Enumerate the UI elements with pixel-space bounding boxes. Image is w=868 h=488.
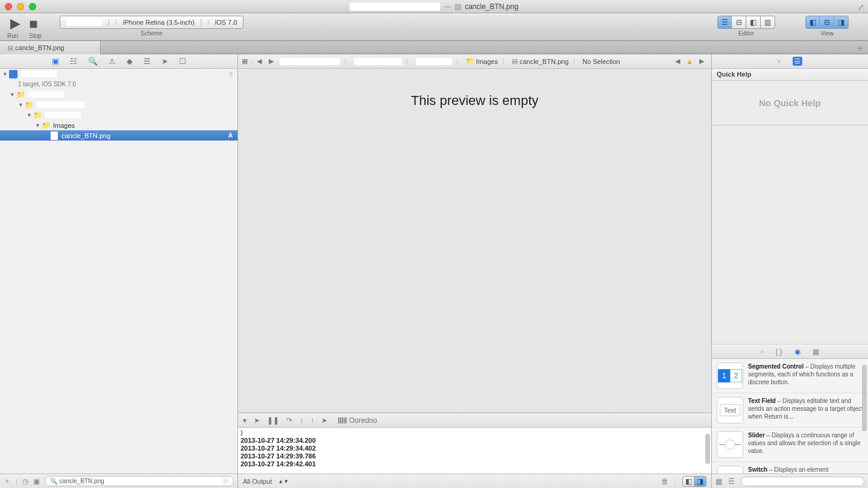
view-label: View [820,30,834,37]
crumb-images: Images [476,58,498,65]
step-over-icon[interactable]: ↷ [286,416,292,425]
file-inspector-icon[interactable]: ▫ [778,57,781,66]
back-button[interactable]: ◀ [253,57,265,65]
warning-icon[interactable]: ▲ [686,57,693,66]
scrollbar[interactable] [862,365,867,431]
minimize-window-button[interactable] [17,3,24,10]
toggle-debug-button[interactable]: ⊟ [820,16,834,29]
clear-console-button[interactable]: 🗑 [661,477,668,486]
navigator-selector-bar: ▣ ☷ 🔍 ⚠ ◆ ☰ ➤ ☐ [0,54,237,69]
switch-icon [717,466,743,474]
editor-mode-4-button[interactable]: ▥ [761,16,775,29]
jump-bar[interactable]: ▦ | ◀ ▶ 〉 〉 〉 📁Images 〉 ▤cancle_BTN.png … [238,54,711,69]
folder-row-3[interactable]: ▼ 📁 [0,110,237,120]
scheme-os: iOS 7.0 [215,19,237,26]
disclosure-triangle-icon[interactable]: ▼ [27,112,33,118]
help-icon[interactable]: ? [228,71,233,80]
media-library-icon[interactable]: ▦ [813,347,819,356]
list-view-icon[interactable]: ☰ [728,477,735,486]
prev-issue-icon[interactable]: ◀ [671,57,684,65]
assistant-editor-button[interactable]: ⊟ [732,16,746,29]
folder-row-2[interactable]: ▼ 📁 [0,100,237,110]
project-navigator-tree[interactable]: ? ▼ 1 target, iOS SDK 7.0 ▼ 📁 ▼ 📁 ▼ [0,69,237,474]
standard-editor-button[interactable]: ☰ [717,16,732,29]
library-item-segmented[interactable]: 12 Segmented Control – Displays multiple… [712,359,868,393]
navigator-footer: ＋ | ◷ ▣ 🔍 cancle_BTN.png ⓧ [0,474,237,488]
folder-row-1[interactable]: ▼ 📁 [0,89,237,100]
folder-icon: 📁 [16,90,25,100]
scrollbar[interactable] [705,434,710,464]
grid-view-icon[interactable]: ▦ [715,477,722,486]
crumb-selection: No Selection [582,58,620,65]
scm-filter-icon[interactable]: ▣ [33,477,40,486]
find-navigator-icon[interactable]: 🔍 [88,57,98,66]
library-item-textfield[interactable]: Text Text Field – Displays editable text… [712,393,868,428]
redacted-project-name [350,2,440,11]
disclosure-triangle-icon[interactable]: ▼ [10,92,16,98]
redacted-folder [28,91,64,98]
pause-icon[interactable]: ❚❚ [267,416,279,425]
related-items-icon[interactable]: ▦ [238,57,251,65]
recent-filter-icon[interactable]: ◷ [22,477,28,486]
version-editor-button[interactable]: ◧ [746,16,761,29]
selected-file-label: cancle_BTN.png [61,132,110,139]
breakpoint-navigator-icon[interactable]: ➤ [162,57,168,66]
breakpoints-icon[interactable]: ➤ [254,416,260,425]
add-button[interactable]: ＋ [4,476,11,486]
toggle-navigator-button[interactable]: ◧ [805,16,820,29]
library-item-slider[interactable]: Slider – Displays a continuous range of … [712,428,868,462]
project-row[interactable]: ▼ [0,69,237,79]
textfield-icon: Text [717,397,743,423]
toggle-utilities-button[interactable]: ◨ [834,16,849,29]
symbol-navigator-icon[interactable]: ☷ [70,57,77,66]
toggle-debug-icon[interactable]: ▾ [243,416,247,425]
output-filter-label[interactable]: All Output [243,478,272,485]
zoom-window-button[interactable] [29,3,36,10]
step-out-icon[interactable]: ↑ [310,416,314,425]
navigator-filter-value: cancle_BTN.png [60,478,104,484]
console-pane-toggle[interactable]: ◨ [694,476,706,487]
disclosure-triangle-icon[interactable]: ▼ [35,122,41,128]
fullscreen-icon[interactable]: ⤢ [858,2,864,11]
file-row-cancle-btn[interactable]: cancle_BTN.png A [0,130,237,141]
window-controls [5,3,36,10]
navigator-panel: ▣ ☷ 🔍 ⚠ ◆ ☰ ➤ ☐ ? ▼ 1 target, iOS SDK 7.… [0,54,238,488]
breadcrumb[interactable]: 〉 〉 〉 📁Images 〉 ▤cancle_BTN.png 〉 No Sel… [277,57,668,66]
variables-pane-toggle[interactable]: ◧ [682,476,694,487]
next-issue-icon[interactable]: ▶ [696,57,708,65]
new-tab-button[interactable]: ＋ [856,43,864,54]
run-button[interactable]: ▶ [10,16,20,31]
tab-cancle-btn[interactable]: ▤ cancle_BTN.png [0,41,101,54]
navigator-filter-field[interactable]: 🔍 cancle_BTN.png ⓧ [45,476,234,486]
library-filter-field[interactable] [741,477,864,486]
file-template-library-icon[interactable]: ▫ [761,347,763,356]
view-panels-selector[interactable]: ◧ ⊟ ◨ [805,16,849,29]
close-window-button[interactable] [5,3,12,10]
step-into-icon[interactable]: ↓ [300,416,303,425]
debug-navigator-icon[interactable]: ☰ [143,57,151,66]
library-item-switch[interactable]: Switch – Displays an element [712,462,868,474]
stop-button[interactable]: ◼ [29,17,38,30]
xcode-project-icon [9,70,17,78]
debug-console[interactable]: ) 2013-10-27 14:29:34.200 2013-10-27 14:… [238,428,711,474]
disclosure-triangle-icon[interactable]: ▼ [18,102,24,108]
redacted-folder [45,112,81,118]
location-icon[interactable]: ➤ [321,416,327,425]
issue-navigator-icon[interactable]: ⚠ [108,57,116,66]
console-line: 2013-10-27 14:29:39.786 [241,452,709,460]
test-navigator-icon[interactable]: ◆ [127,57,133,66]
object-library-icon[interactable]: ◉ [794,347,800,356]
clear-filter-button[interactable]: ⓧ [222,477,228,486]
object-library-list[interactable]: 12 Segmented Control – Displays multiple… [712,359,868,474]
scheme-selector[interactable]: 〉iPhone Retina (3.5-inch) 〉iOS 7.0 [60,16,244,29]
project-navigator-icon[interactable]: ▣ [52,57,59,66]
disclosure-triangle-icon[interactable]: ▼ [2,71,8,77]
forward-button[interactable]: ▶ [265,57,277,65]
editor-mode-selector[interactable]: ☰ ⊟ ◧ ▥ [717,16,775,29]
crumb-file: cancle_BTN.png [520,58,568,65]
code-snippet-library-icon[interactable]: { } [775,347,782,356]
quickhelp-inspector-icon[interactable]: ☰ [793,57,802,66]
folder-row-images[interactable]: ▼ 📁 Images [0,120,237,130]
log-navigator-icon[interactable]: ☐ [179,57,186,66]
svg-point-5 [725,440,735,449]
